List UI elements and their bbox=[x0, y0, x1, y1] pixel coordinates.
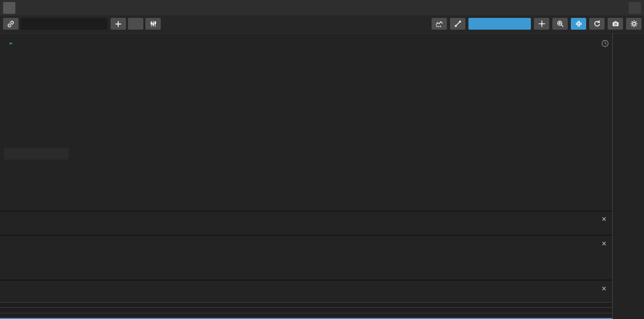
refresh-button[interactable] bbox=[589, 18, 605, 30]
instrument-search[interactable] bbox=[20, 18, 108, 30]
equity-type-badge bbox=[9, 42, 12, 44]
price-axis-column[interactable] bbox=[612, 33, 644, 319]
main-chart-header bbox=[6, 39, 25, 47]
close-volume-panel-button[interactable]: × bbox=[600, 285, 608, 293]
crosshair-button[interactable] bbox=[534, 18, 549, 30]
top-bar bbox=[0, 0, 644, 15]
zoom-in-button[interactable] bbox=[552, 18, 568, 30]
trend-line-icon bbox=[454, 20, 462, 28]
link-icon bbox=[7, 20, 15, 28]
chart-type-button[interactable] bbox=[432, 18, 447, 30]
close-rsi-panel-button[interactable]: × bbox=[600, 240, 608, 248]
ohlc-tooltip bbox=[4, 148, 69, 160]
main-price-chart[interactable] bbox=[0, 34, 612, 211]
add-remove-charts-button[interactable] bbox=[629, 2, 641, 14]
trend-line-button[interactable] bbox=[450, 18, 465, 30]
close-mom-panel-button[interactable]: × bbox=[600, 215, 608, 223]
indicator-settings-button[interactable] bbox=[145, 18, 161, 30]
crosshair-icon bbox=[538, 20, 546, 28]
transaction-button[interactable] bbox=[468, 18, 531, 30]
sliders-icon bbox=[149, 20, 157, 28]
timeframe-button[interactable] bbox=[128, 18, 143, 30]
rsi-indicator-chart[interactable] bbox=[0, 236, 612, 280]
plus-icon bbox=[115, 20, 122, 28]
refresh-icon bbox=[593, 20, 601, 28]
chart-type-icon bbox=[435, 20, 443, 28]
restore-button[interactable] bbox=[3, 2, 15, 14]
clock-icon[interactable] bbox=[601, 39, 609, 48]
add-instrument-button[interactable] bbox=[111, 18, 126, 30]
search-input[interactable] bbox=[26, 21, 106, 27]
camera-icon bbox=[612, 20, 619, 28]
mom-panel-header bbox=[7, 216, 18, 223]
zoom-in-icon bbox=[556, 20, 564, 28]
date-axis-row bbox=[0, 307, 612, 313]
chart-area: × × × bbox=[0, 33, 644, 319]
fit-chart-button[interactable] bbox=[571, 18, 586, 30]
rsi-panel-header bbox=[7, 241, 18, 248]
month-axis-row bbox=[0, 313, 612, 318]
indicative-price-row bbox=[0, 302, 612, 307]
volume-panel-header bbox=[7, 286, 18, 293]
mom-indicator-chart[interactable] bbox=[0, 212, 612, 235]
trading-platform-window: × × × bbox=[0, 0, 644, 319]
volume-chart[interactable] bbox=[0, 281, 612, 302]
link-button[interactable] bbox=[3, 18, 18, 30]
gear-icon bbox=[630, 20, 638, 28]
settings-button[interactable] bbox=[626, 18, 641, 30]
collapse-arrows-icon bbox=[575, 20, 583, 28]
chart-toolbar bbox=[0, 15, 644, 33]
screenshot-button[interactable] bbox=[608, 18, 623, 30]
